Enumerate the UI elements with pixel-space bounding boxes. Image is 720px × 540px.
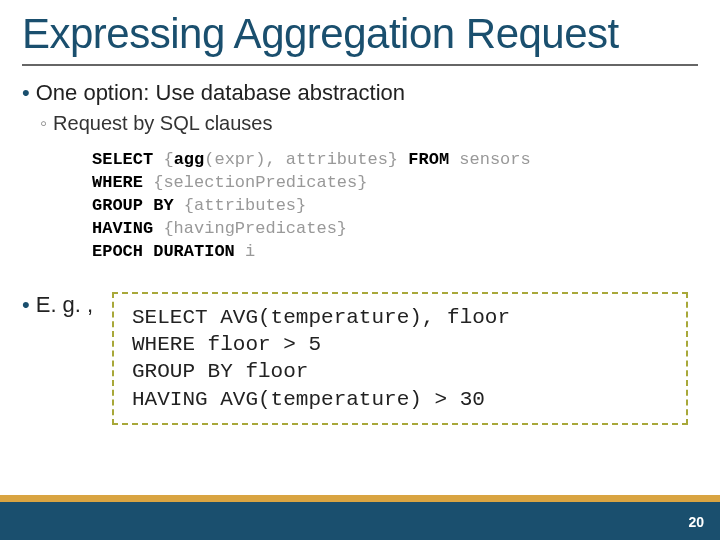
slide: Expressing Aggregation Request •One opti… — [0, 0, 720, 540]
sql-example-box: SELECT AVG(temperature), floor WHERE flo… — [112, 292, 688, 425]
eg-text: E. g. , — [36, 292, 93, 317]
bullet-icon: • — [22, 80, 30, 105]
example-row: •E. g. , SELECT AVG(temperature), floor … — [22, 292, 698, 425]
bullet-1-text: One option: Use database abstraction — [36, 80, 405, 105]
template-line: GROUP BY {attributes} — [92, 195, 698, 218]
page-number: 20 — [688, 514, 704, 530]
bullet-2-text: Request by SQL clauses — [53, 112, 272, 134]
kw-where: WHERE — [92, 173, 143, 192]
kw-from: FROM — [408, 150, 449, 169]
template-line: EPOCH DURATION i — [92, 241, 698, 264]
kw-agg: agg — [174, 150, 205, 169]
bullet-level-1: •One option: Use database abstraction — [22, 80, 698, 106]
sub-bullet-icon: ◦ — [40, 112, 47, 134]
template-line: HAVING {havingPredicates} — [92, 218, 698, 241]
bullet-icon: • — [22, 292, 30, 317]
kw-epoch: EPOCH DURATION — [92, 242, 235, 261]
kw-select: SELECT — [92, 150, 153, 169]
kw-groupby: GROUP BY — [92, 196, 174, 215]
template-line: SELECT {agg(expr), attributes} FROM sens… — [92, 149, 698, 172]
template-line: WHERE {selectionPredicates} — [92, 172, 698, 195]
sql-template-block: SELECT {agg(expr), attributes} FROM sens… — [92, 149, 698, 264]
page-title: Expressing Aggregation Request — [22, 10, 698, 58]
footer-bar — [0, 502, 720, 540]
footer-accent-bar — [0, 495, 720, 502]
title-underline — [22, 64, 698, 66]
kw-having: HAVING — [92, 219, 153, 238]
bullet-level-2: ◦Request by SQL clauses — [40, 112, 698, 135]
eg-label: •E. g. , — [22, 292, 112, 318]
